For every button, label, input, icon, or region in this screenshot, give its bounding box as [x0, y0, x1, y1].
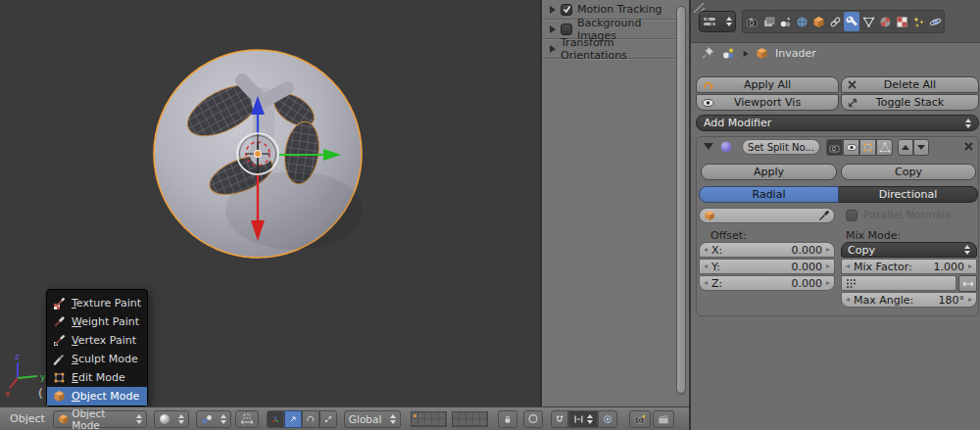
move-down-button[interactable] [913, 139, 929, 156]
scale-manipulator-toggle[interactable] [319, 410, 337, 428]
tab-object[interactable] [810, 12, 826, 31]
apply-all-icon [702, 79, 714, 91]
manipulate-center-points-toggle[interactable] [235, 410, 259, 428]
radial-toggle-selected[interactable]: Radial [699, 186, 839, 203]
object-datablock-icon[interactable] [756, 47, 768, 60]
render-visibility-toggle[interactable] [826, 139, 843, 156]
opengl-render-group [629, 410, 674, 428]
toggle-stack-icon [847, 97, 858, 109]
tab-particles[interactable] [910, 12, 926, 31]
transform-orientation-dropdown[interactable]: Global [344, 410, 401, 428]
expand-arrow-icon[interactable] [550, 25, 556, 33]
scrollbar-thumb[interactable] [676, 6, 686, 394]
tab-material[interactable] [877, 12, 893, 31]
menu-item-texture-paint[interactable]: Texture Paint [47, 294, 147, 312]
offset-z-field[interactable]: ◂Z: 0.000▸ [699, 275, 835, 291]
mode-select-menu: Texture Paint Weight Paint Vertex Paint … [46, 289, 148, 406]
mix-mode-dropdown[interactable]: Copy [841, 242, 977, 258]
object-icon [704, 210, 715, 221]
tab-scene[interactable] [777, 12, 793, 31]
snap-toggle[interactable] [551, 410, 568, 428]
viewport-visibility-toggle[interactable] [843, 139, 859, 156]
move-up-button[interactable] [898, 139, 913, 156]
scene-datablock-icon[interactable] [721, 47, 736, 60]
breadcrumb-object-name[interactable]: Invader [775, 47, 816, 60]
modifier-name-field[interactable]: Set Split No... [742, 139, 820, 155]
material-icon [879, 16, 892, 28]
axis-x-label: x [5, 389, 11, 399]
breadcrumb-arrow-icon [744, 50, 749, 56]
panel-transform-orientations[interactable]: Transform Orientations ········ [542, 39, 689, 59]
pin-icon[interactable] [701, 46, 714, 61]
editor-type-selector[interactable] [699, 11, 736, 32]
viewport-vis-button[interactable]: Viewport Vis [696, 94, 839, 111]
tab-texture[interactable] [894, 12, 909, 31]
menu-item-sculpt-mode[interactable]: Sculpt Mode [47, 350, 147, 368]
opengl-render-image-button[interactable] [629, 410, 651, 428]
offset-x-field[interactable]: ◂X: 0.000▸ [699, 242, 835, 258]
lock-to-scene-toggle[interactable] [498, 410, 517, 428]
tab-modifiers-selected[interactable] [844, 12, 859, 31]
vertex-group-row [841, 275, 977, 291]
snap-target-icon [603, 413, 612, 425]
expand-arrow-icon[interactable] [550, 6, 556, 14]
mesh-data-icon [862, 16, 875, 28]
delete-all-button[interactable]: Delete All [841, 76, 979, 93]
background-images-checkbox-unchecked[interactable] [561, 24, 572, 35]
modifier-apply-button[interactable]: Apply [701, 164, 837, 180]
properties-editor-icon [703, 16, 716, 27]
object-menu[interactable]: Object [10, 412, 45, 425]
apply-all-button[interactable]: Apply All [696, 76, 839, 93]
menu-item-weight-paint[interactable]: Weight Paint [47, 312, 147, 331]
manipulator-group [267, 410, 337, 428]
proportional-edit-dropdown[interactable] [523, 410, 543, 428]
parallel-normals-checkbox-disabled[interactable] [846, 210, 858, 221]
tab-render[interactable] [744, 12, 760, 31]
axis-tripod-icon [271, 413, 279, 425]
modifier-reorder-group [898, 139, 929, 156]
tab-render-layers[interactable] [760, 12, 776, 31]
scrollbar-track[interactable] [676, 6, 686, 396]
offset-y-field[interactable]: ◂Y: 0.000▸ [699, 259, 835, 274]
parallel-normals-row[interactable]: Parallel Normals [846, 209, 951, 221]
layer-grid-2[interactable] [452, 411, 488, 427]
add-modifier-dropdown[interactable]: Add Modifier [696, 115, 979, 131]
expand-arrow-icon[interactable] [550, 45, 556, 53]
mix-factor-field[interactable]: ◂Mix Factor: 1.000▸ [841, 259, 977, 274]
texture-icon [896, 16, 908, 28]
target-object-field[interactable] [699, 208, 835, 223]
manipulator-enable-toggle[interactable] [267, 410, 284, 428]
vertex-group-field[interactable] [841, 275, 956, 291]
tab-world[interactable] [794, 12, 809, 31]
layer-grid-1[interactable] [411, 411, 447, 427]
pivot-point-dropdown[interactable] [196, 410, 231, 428]
lock-icon [503, 413, 513, 425]
eyedropper-icon[interactable] [818, 210, 830, 221]
invert-vertex-group-button[interactable] [958, 275, 977, 292]
motion-tracking-checkbox-checked[interactable] [561, 4, 572, 16]
translate-manipulator-toggle[interactable] [284, 410, 302, 428]
mode-selector-dropdown[interactable]: Object Mode [53, 410, 147, 428]
edit-mode-visibility-toggle[interactable] [859, 139, 876, 156]
tab-constraints[interactable] [827, 12, 843, 31]
snap-increment-icon [573, 413, 584, 425]
directional-toggle[interactable]: Directional [839, 186, 978, 203]
viewport-header: Object Object Mode [0, 406, 689, 430]
menu-item-edit-mode[interactable]: Edit Mode [47, 368, 147, 387]
mode-toggle-group: Radial Directional [699, 186, 978, 203]
snap-target-button[interactable] [598, 410, 617, 428]
menu-item-object-mode[interactable]: Object Mode [47, 387, 147, 406]
rotate-manipulator-toggle[interactable] [302, 410, 319, 428]
modifier-copy-button[interactable]: Copy [841, 164, 976, 180]
max-angle-field[interactable]: ◂Max Angle: 180°▸ [841, 292, 977, 308]
viewport-shading-dropdown[interactable] [154, 410, 189, 428]
menu-item-vertex-paint[interactable]: Vertex Paint [47, 331, 147, 350]
delete-modifier-icon[interactable] [963, 141, 974, 152]
snap-element-dropdown[interactable] [568, 410, 598, 428]
tab-physics[interactable] [927, 12, 943, 31]
opengl-render-animation-button[interactable] [653, 410, 674, 428]
tab-object-data[interactable] [860, 12, 876, 31]
toggle-stack-button[interactable]: Toggle Stack [841, 94, 979, 111]
cage-toggle[interactable] [876, 139, 893, 156]
collapse-arrow-icon[interactable] [704, 143, 713, 150]
